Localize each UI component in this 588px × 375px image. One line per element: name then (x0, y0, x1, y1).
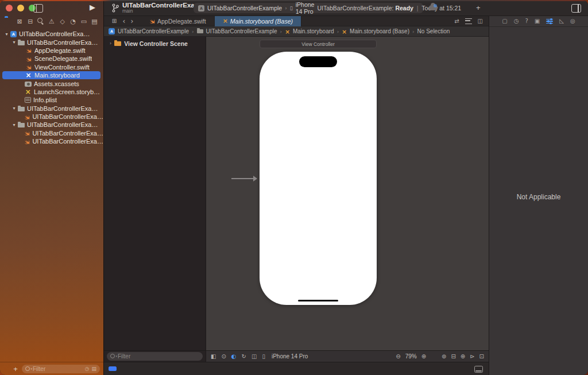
file-tree-item[interactable]: × × × Assets.xcassets (0, 79, 103, 87)
disclosure-triangle-icon[interactable]: › (110, 41, 111, 46)
storyboard-file-icon: × (285, 28, 290, 35)
disclosure-triangle-icon[interactable]: ▾ (11, 40, 17, 45)
file-tree-item[interactable]: × × × LaunchScreen.storyboard (0, 88, 103, 96)
zoom-out-icon[interactable]: ⊖ (396, 354, 400, 359)
close-window-button[interactable] (6, 5, 13, 11)
zoom-level[interactable]: 79% (405, 353, 417, 359)
quick-help-inspector-tab[interactable]: ? (525, 18, 528, 24)
project-icon (109, 28, 115, 34)
toggle-debug-area-icon[interactable] (474, 366, 483, 373)
breadcrumb-selection[interactable]: No Selection (417, 28, 450, 34)
go-back-button[interactable]: ‹ (120, 17, 128, 25)
file-tree-item[interactable]: × × × Main.storyboard (0, 71, 103, 79)
find-navigator-tab[interactable] (37, 17, 45, 25)
cloud-status-icon (429, 5, 438, 10)
toggle-right-sidebar-icon[interactable] (571, 4, 581, 13)
file-name: ViewController.swift (34, 64, 90, 71)
view-controller-view[interactable] (260, 52, 377, 305)
file-tree-item[interactable]: × × × UITabBarControllerExample... (0, 113, 103, 121)
resolve-autolayout-icon[interactable]: ⊳ (470, 354, 474, 359)
go-forward-button[interactable]: › (128, 17, 136, 25)
breakpoints-toggle-button[interactable] (109, 366, 117, 371)
outline-scene-row[interactable]: › View Controller Scene (104, 40, 206, 47)
code-review-icon[interactable]: ⇄ (454, 18, 459, 24)
project-navigator-tab[interactable] (5, 17, 13, 25)
initial-view-controller-arrow[interactable] (231, 178, 257, 179)
breadcrumb-project[interactable]: UITabBarControllerExample (118, 28, 189, 34)
file-tree-item[interactable]: × × × UITabBarControllerExample... (0, 129, 103, 137)
file-tree-item[interactable]: × × × ViewController.swift (0, 63, 103, 71)
history-inspector-tab[interactable]: ◷ (514, 18, 519, 24)
editor-tab-main-storyboard[interactable]: × Main.storyboard (Base) (215, 16, 301, 26)
swift-file-icon (149, 18, 155, 24)
align-icon[interactable]: ⊟ (451, 354, 455, 359)
run-button[interactable]: ▶ (90, 3, 95, 11)
issues-navigator-tab[interactable]: ⚠ (48, 17, 56, 25)
minimize-window-button[interactable] (17, 5, 24, 11)
scene-title-bar[interactable]: View Controller (260, 40, 377, 48)
file-tree-item[interactable]: × × × SceneDelegate.swift (0, 55, 103, 63)
storyboard-canvas[interactable]: View Controller (206, 37, 489, 350)
attributes-inspector-tab[interactable] (546, 19, 553, 24)
home-indicator (298, 300, 338, 302)
source-control-navigator-tab[interactable]: ⊠ (16, 17, 24, 25)
disclosure-triangle-icon[interactable]: ▾ (3, 32, 10, 37)
file-inspector-tab[interactable]: ▢ (502, 18, 507, 24)
breadcrumb-group[interactable]: UITabBarControllerExample (206, 28, 277, 34)
size-inspector-tab[interactable]: ◺ (559, 18, 564, 24)
add-editor-icon[interactable]: ◫ (478, 18, 483, 24)
scheme-name[interactable]: UITabBarControllerExample (207, 5, 282, 11)
device-icon[interactable]: ▯ (262, 354, 265, 359)
tab-label: AppDelegate.swift (157, 18, 206, 25)
file-tree-item[interactable]: × × × AppDelegate.swift (0, 47, 103, 55)
breadcrumb-localization[interactable]: Main.storyboard (Base) (350, 28, 409, 34)
standard-editor-icon[interactable]: ⊙ (221, 354, 226, 359)
jump-bar: UITabBarControllerExample › UITabBarCont… (104, 26, 489, 37)
related-items-icon[interactable]: ⊞ (109, 18, 120, 24)
breakpoints-navigator-tab[interactable]: ▭ (79, 17, 88, 25)
tests-navigator-tab[interactable]: ◇ (58, 17, 67, 25)
zoom-in-icon[interactable]: ⊕ (421, 354, 426, 359)
toggle-document-outline-icon[interactable]: ◧ (211, 354, 216, 359)
device-name[interactable]: iPhone 14 Pro (272, 353, 308, 359)
navigator-sidebar: ▶ ⊠ ⊟ ⚠ ◇ ◔ ▭ ▤ ▾ × × × UITabBarControll… (0, 0, 104, 375)
source-control-status-icon[interactable]: ▤ (91, 366, 96, 372)
reports-navigator-tab[interactable]: ▤ (90, 17, 99, 25)
orientation-icon[interactable]: ↻ (242, 354, 246, 359)
breadcrumb-file[interactable]: Main.storyboard (293, 28, 334, 34)
inspector-panel: ▢ ◷ ? ▣ ◺ ◎ Not Applicable (489, 16, 588, 375)
breadcrumb-separator: › (280, 29, 283, 34)
filter-placeholder: Filter (118, 353, 199, 359)
embed-in-icon[interactable]: ⊡ (479, 354, 484, 359)
breadcrumb-separator: › (337, 29, 339, 34)
outline-filter-field[interactable]: Filter (107, 352, 203, 361)
inspector-empty-message: Not Applicable (489, 193, 588, 201)
file-tree-item[interactable]: ▾ × × × UITabBarControllerExample (0, 38, 103, 46)
debug-navigator-tab[interactable]: ◔ (69, 17, 78, 25)
file-tree-item[interactable]: × × × UITabBarControllerExample... (0, 137, 103, 145)
file-tree-item[interactable]: ▾ × × × UITabBarControllerExampleUI... (0, 121, 103, 129)
navigator-filter-field[interactable]: Filter ◷ ▤ (22, 365, 100, 373)
update-frames-icon[interactable]: ⊚ (442, 354, 446, 359)
file-tree-item[interactable]: ▾ × × × UITabBarControllerExampleTe... (0, 105, 103, 113)
toggle-left-sidebar-icon[interactable] (33, 4, 43, 13)
split-view-icon[interactable]: ◫ (252, 354, 257, 359)
file-tree-item[interactable]: × × × Info.plist (0, 96, 103, 104)
editor-options-icon[interactable] (465, 18, 472, 24)
editor-tab-appdelegate[interactable]: AppDelegate.swift (141, 16, 215, 26)
disclosure-triangle-icon[interactable]: ▾ (11, 106, 17, 111)
file-tree-item[interactable]: ▾ × × × UITabBarControllerExample (0, 30, 103, 38)
identity-inspector-tab[interactable]: ▣ (535, 18, 540, 24)
disclosure-triangle-icon[interactable]: ▾ (11, 122, 17, 127)
scene-name: View Controller Scene (124, 40, 188, 47)
add-file-button[interactable]: + (9, 365, 22, 373)
appearance-toggle-icon[interactable]: ◐ (231, 354, 237, 359)
library-add-button[interactable]: + (476, 3, 481, 12)
connections-inspector-tab[interactable]: ◎ (570, 18, 575, 24)
add-constraints-icon[interactable]: ⊕ (461, 354, 465, 359)
breadcrumb-separator: › (412, 29, 415, 34)
run-destination[interactable]: iPhone 14 Pro (296, 1, 315, 15)
bookmarks-navigator-tab[interactable]: ⊟ (26, 17, 34, 25)
file-name: AppDelegate.swift (34, 47, 86, 54)
recent-files-icon[interactable]: ◷ (85, 366, 90, 372)
